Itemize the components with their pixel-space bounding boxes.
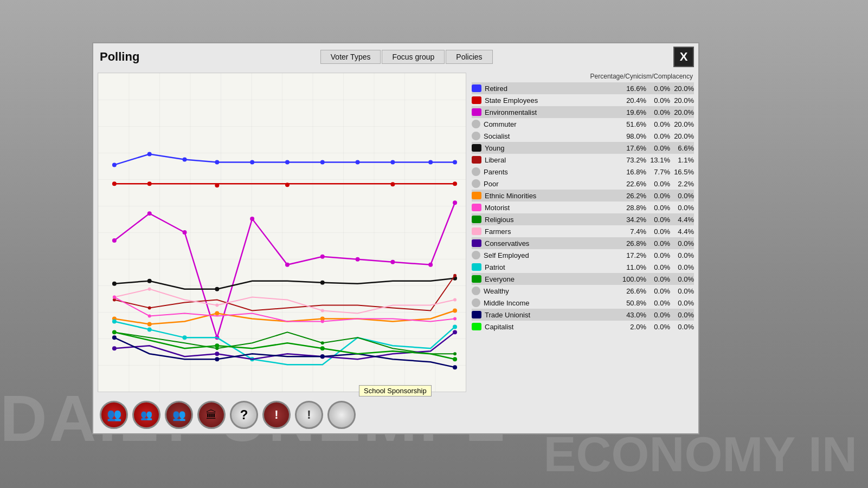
legend-item-name: Liberal [485, 156, 618, 164]
svg-point-37 [453, 274, 456, 277]
svg-point-54 [183, 335, 187, 340]
legend-item-cynicism: 0.0% [646, 180, 670, 188]
legend-item-complacency: 0.0% [670, 299, 694, 307]
legend-item-complacency: 0.0% [670, 239, 694, 248]
legend-row: State Employees20.4%0.0%20.0% [472, 94, 694, 106]
bg-text2: ECONOMY IN [544, 427, 857, 483]
svg-point-9 [356, 160, 360, 164]
legend-item-complacency: 4.4% [670, 216, 694, 224]
legend-item-cynicism: 0.0% [646, 216, 670, 224]
legend-item-cynicism: 0.0% [646, 144, 670, 152]
legend-row: Trade Unionist43.0%0.0%0.0% [472, 309, 694, 321]
toolbar-btn-2[interactable]: 👥 [132, 401, 160, 429]
legend-color-swatch [472, 156, 481, 164]
svg-point-47 [453, 309, 457, 313]
legend-item-cynicism: 0.0% [646, 132, 670, 140]
modal-body: Percentage/Cynicism/Complacency Retired1… [93, 70, 698, 396]
legend-color-swatch [472, 96, 481, 104]
legend-item-name: State Employees [485, 96, 618, 105]
legend-color-swatch [472, 204, 481, 211]
polling-chart [98, 73, 466, 392]
modal-title: Polling [100, 50, 139, 64]
legend-item-cynicism: 0.0% [646, 96, 670, 105]
toolbar-btn-alert2[interactable]: ! [295, 401, 323, 429]
legend-item-cynicism: 0.0% [646, 263, 670, 271]
legend-header: Percentage/Cynicism/Complacency [472, 73, 694, 80]
legend-color-swatch [472, 120, 480, 128]
legend-item-pct: 16.6% [618, 84, 646, 93]
legend-item-complacency: 20.0% [670, 108, 694, 116]
legend-item-complacency: 2.2% [670, 180, 694, 188]
tooltip-school-sponsorship: School Sponsorship [359, 385, 432, 396]
legend-item-pct: 26.8% [618, 239, 646, 248]
legend-item-cynicism: 0.0% [646, 84, 670, 93]
svg-point-28 [428, 263, 433, 267]
legend-color-swatch [472, 108, 481, 116]
svg-point-61 [112, 346, 117, 350]
svg-point-23 [250, 217, 254, 221]
toolbar-btn-empty[interactable] [327, 401, 356, 429]
svg-point-6 [250, 160, 254, 164]
svg-point-41 [321, 309, 324, 313]
svg-point-15 [215, 183, 219, 187]
legend-item-name: Motorist [485, 204, 618, 212]
svg-point-5 [215, 160, 219, 164]
legend-item-pct: 28.8% [618, 204, 646, 212]
svg-point-14 [147, 181, 152, 186]
svg-point-8 [320, 160, 325, 164]
modal-header: Polling Voter Types Focus group Policies… [93, 43, 698, 70]
toolbar-btn-1[interactable]: 👥 [100, 401, 128, 429]
legend-item-name: Capitalist [485, 323, 618, 331]
toolbar-btn-4[interactable]: 🏛 [197, 401, 226, 429]
legend-color-swatch [472, 132, 480, 140]
legend-item-complacency: 4.4% [670, 227, 694, 236]
svg-point-56 [453, 324, 457, 329]
svg-point-68 [453, 365, 457, 369]
legend-item-name: Farmers [485, 227, 618, 236]
legend-item-cynicism: 7.7% [646, 168, 670, 176]
legend-color-swatch [472, 311, 481, 318]
legend-color-swatch [472, 192, 481, 199]
legend-item-name: Conservatives [485, 239, 618, 248]
legend-item-name: Wealthy [484, 287, 618, 295]
legend-row: Self Employed17.2%0.0%0.0% [472, 249, 694, 261]
legend-item-complacency: 0.0% [670, 275, 694, 283]
legend-item-pct: 34.2% [618, 216, 646, 224]
svg-point-52 [112, 319, 117, 323]
svg-point-60 [453, 352, 456, 355]
legend-item-pct: 17.2% [618, 251, 646, 259]
svg-point-32 [215, 287, 219, 291]
tab-policies[interactable]: Policies [446, 50, 492, 64]
tab-focus-group[interactable]: Focus group [382, 50, 445, 64]
legend-item-cynicism: 0.0% [646, 299, 670, 307]
legend-item-name: Middle Income [484, 299, 618, 307]
toolbar-btn-question[interactable]: ? [230, 401, 258, 429]
legend-item-pct: 2.0% [618, 323, 646, 331]
svg-point-7 [285, 160, 290, 164]
svg-point-19 [112, 238, 117, 243]
svg-point-30 [112, 282, 117, 286]
svg-point-27 [390, 260, 395, 264]
svg-point-75 [112, 330, 117, 334]
legend-item-pct: 43.0% [618, 311, 646, 319]
legend-row: Young17.6%0.0%6.6% [472, 142, 694, 154]
legend-item-pct: 51.6% [618, 120, 646, 128]
svg-point-12 [453, 160, 457, 164]
legend-item-pct: 100.0% [618, 275, 646, 283]
toolbar-btn-alert1[interactable]: ! [262, 401, 291, 429]
close-button[interactable]: X [673, 47, 694, 67]
legend-item-name: Religious [485, 216, 618, 224]
legend-row: Retired16.6%0.0%20.0% [472, 82, 694, 94]
header-tabs: Voter Types Focus group Policies [320, 50, 493, 64]
toolbar-btn-3[interactable]: 👥 [165, 401, 193, 429]
legend-item-complacency: 0.0% [670, 192, 694, 200]
tab-voter-types[interactable]: Voter Types [320, 50, 381, 64]
legend-item-name: Commuter [484, 120, 618, 128]
legend-color-swatch [472, 287, 480, 295]
legend-item-name: Self Employed [484, 251, 618, 259]
legend-color-swatch [472, 323, 481, 330]
legend-row: Religious34.2%0.0%4.4% [472, 213, 694, 225]
legend-item-cynicism: 0.0% [646, 239, 670, 248]
svg-point-24 [285, 263, 290, 267]
legend-item-cynicism: 0.0% [646, 323, 670, 331]
